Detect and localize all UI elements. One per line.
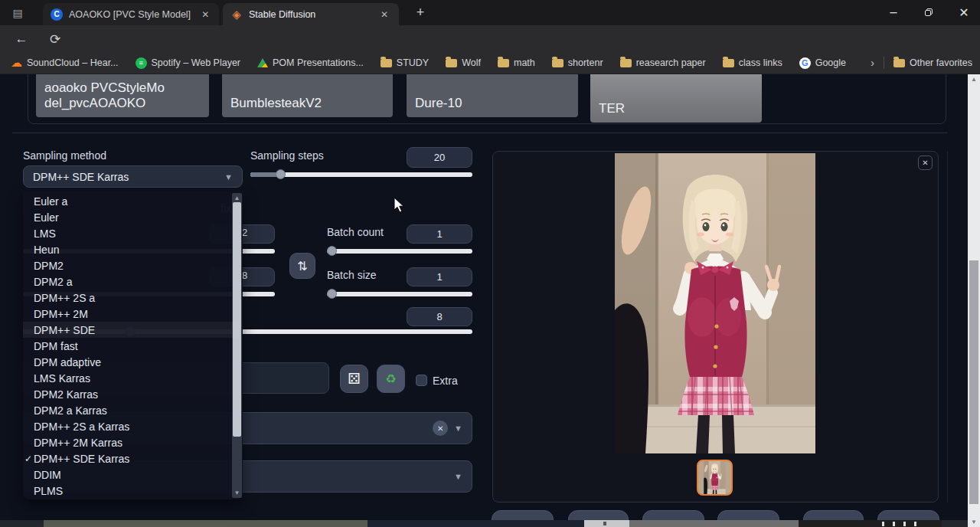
scroll-up-icon[interactable]: ▲ — [968, 76, 980, 83]
bookmarks-bar: ☁SoundCloud – Hear...≡Spotify – Web Play… — [0, 52, 980, 74]
sampling-method-select[interactable]: DPM++ SDE Karras▼ — [23, 165, 243, 188]
random-seed-dice-button[interactable]: ⚄ — [340, 365, 368, 393]
dropdown-option[interactable]: Euler a — [23, 193, 240, 209]
folder-icon — [446, 59, 457, 67]
scroll-down-icon[interactable]: ▼ — [968, 519, 980, 525]
bottom-strip-segment — [799, 520, 942, 527]
bottom-strip-mark — [903, 522, 906, 526]
tab-close-icon[interactable]: ✕ — [377, 8, 391, 21]
dropdown-option[interactable]: LMS — [23, 225, 240, 241]
bottom-strip-mark — [603, 522, 606, 525]
vertical-scrollbar[interactable]: ▲ ▼ — [968, 74, 980, 527]
slider-knob[interactable] — [327, 246, 337, 256]
sampling-steps-input[interactable]: 20 — [407, 147, 472, 168]
bookmark-item[interactable]: class links — [723, 57, 782, 68]
extra-checkbox[interactable] — [416, 375, 427, 386]
batch-size-input[interactable]: 1 — [407, 267, 472, 286]
dropdown-option[interactable]: PLMS — [23, 483, 240, 499]
bookmark-label: Google — [815, 57, 846, 68]
dropdown-option[interactable]: DPM++ 2M Karras — [23, 434, 240, 450]
dropdown-option[interactable]: LMS Karras — [23, 370, 240, 386]
bottom-strip-mark — [882, 522, 884, 526]
batch-count-input[interactable]: 1 — [407, 224, 472, 244]
dropdown-option-label: DPM fast — [34, 340, 78, 352]
dropdown-option-label: DDIM — [34, 469, 61, 481]
column-divider — [947, 151, 948, 502]
scrollbar-thumb[interactable] — [969, 260, 978, 504]
bookmark-item[interactable]: STUDY — [381, 57, 429, 68]
bookmark-item[interactable]: ≡Spotify – Web Player — [136, 57, 241, 69]
dropdown-option-label: Euler a — [34, 195, 67, 208]
dropdown-option-label: LMS Karras — [34, 372, 90, 385]
dropdown-option[interactable]: Heun — [23, 241, 240, 257]
bookmarks-overflow-icon[interactable]: › — [871, 57, 874, 69]
dropdown-option-label: DPM2 Karras — [34, 388, 98, 401]
model-card-name: Dure-10 — [415, 96, 570, 111]
sampling-steps-slider[interactable] — [250, 172, 472, 177]
bookmark-item[interactable]: ☁SoundCloud – Hear... — [11, 56, 119, 70]
tab-civitai[interactable]: C AOAOKO [PVC Style Model] - PV ✕ — [43, 3, 219, 25]
dropdown-option-label: DPM2 a Karras — [34, 404, 107, 417]
model-card[interactable]: Dure-10 — [407, 74, 578, 117]
dropdown-option[interactable]: DPM adaptive — [23, 354, 240, 370]
bookmarks-list: ☁SoundCloud – Hear...≡Spotify – Web Play… — [11, 52, 846, 74]
cfg-scale-input[interactable]: 8 — [407, 307, 472, 326]
dropdown-option[interactable]: ✓DPM++ SDE Karras — [23, 450, 240, 466]
tab-stable-diffusion[interactable]: ◈ Stable Diffusion ✕ — [223, 3, 399, 25]
bookmark-item[interactable]: Wolf — [446, 57, 481, 68]
bookmark-label: shortenr — [568, 57, 603, 68]
dropdown-option-label: DPM++ 2M Karras — [34, 437, 122, 449]
thumbnail-selected[interactable] — [697, 460, 733, 496]
tab-close-icon[interactable]: ✕ — [199, 8, 211, 21]
generated-image[interactable] — [615, 153, 815, 453]
model-card[interactable]: BumblesteakV2 — [222, 74, 393, 117]
reuse-seed-recycle-button[interactable]: ♻ — [377, 365, 405, 393]
slider-knob[interactable] — [276, 169, 286, 179]
bookmark-item[interactable]: GGoogle — [799, 57, 846, 69]
soundcloud-icon: ☁ — [11, 56, 22, 70]
dropdown-option[interactable]: DPM2 a Karras — [23, 402, 240, 418]
scrollbar-thumb[interactable] — [44, 520, 368, 527]
new-tab-button[interactable]: + — [409, 3, 432, 21]
dropdown-option[interactable]: DPM++ 2S a Karras — [23, 418, 240, 434]
bookmark-label: class links — [739, 57, 782, 68]
dropdown-option[interactable]: DPM fast — [23, 338, 240, 354]
swap-width-height-button[interactable]: ⇅ — [289, 253, 315, 279]
close-gallery-button[interactable]: ✕ — [918, 155, 933, 170]
dropdown-option-label: DPM++ SDE — [34, 324, 95, 336]
model-card-name: TER — [599, 101, 753, 116]
dropdown-option-label: DPM2 a — [34, 276, 73, 288]
dropdown-option[interactable]: DDIM — [23, 466, 240, 483]
clear-icon[interactable]: ✕ — [433, 421, 448, 436]
bookmark-item[interactable]: shortenr — [552, 57, 603, 68]
bookmark-label: Spotify – Web Player — [152, 57, 241, 68]
section-divider — [12, 133, 947, 133]
workspaces-icon[interactable]: ▤ — [9, 5, 26, 21]
bookmark-label: Wolf — [462, 57, 481, 68]
other-favorites-button[interactable]: Other favorites — [893, 57, 972, 68]
dropdown-option[interactable]: DPM++ SDE — [23, 322, 240, 338]
model-card[interactable]: TER — [590, 74, 762, 123]
dropdown-option[interactable]: DPM++ 2M — [23, 306, 240, 322]
window-minimize-button[interactable]: – — [882, 3, 905, 21]
bottom-strip-segment — [629, 520, 799, 527]
window-close-button[interactable]: ✕ — [952, 3, 975, 21]
dropdown-option[interactable]: Euler — [23, 209, 240, 225]
dropdown-option[interactable]: DPM2 — [23, 257, 240, 273]
window-restore-button[interactable] — [917, 3, 940, 21]
bookmark-item[interactable]: POM Presentations... — [257, 57, 364, 68]
horizontal-scrollbar[interactable] — [0, 520, 968, 527]
dropdown-option[interactable]: DPM2 Karras — [23, 386, 240, 402]
folder-icon — [498, 59, 509, 67]
slider-knob[interactable] — [327, 289, 337, 299]
google-icon: G — [799, 57, 811, 69]
folder-icon — [381, 59, 392, 67]
bookmark-item[interactable]: math — [498, 57, 535, 68]
dropdown-option[interactable]: DPM++ 2S a — [23, 290, 240, 306]
batch-size-slider[interactable] — [327, 292, 472, 296]
folder-icon — [552, 59, 564, 67]
bookmark-item[interactable]: reasearch paper — [620, 57, 706, 68]
model-card[interactable]: aoaoko PVCStyleModel_pvcAOAOKO — [36, 74, 209, 117]
dropdown-option[interactable]: DPM2 a — [23, 273, 240, 290]
batch-count-slider[interactable] — [327, 249, 472, 254]
